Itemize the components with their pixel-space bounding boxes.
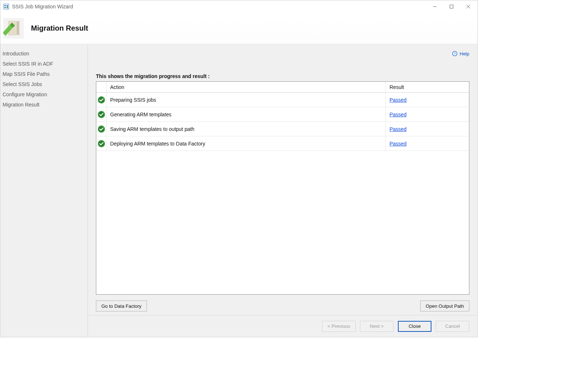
header-icon [3, 18, 24, 39]
page-title: Migration Result [31, 24, 88, 32]
open-output-path-button[interactable]: Open Output Path [420, 300, 469, 311]
content: ? Help This shows the migration progress… [88, 44, 477, 315]
window-title: SSIS Job Migration Wizard [12, 4, 73, 9]
result-link[interactable]: Passed [389, 97, 407, 103]
wizard-footer: < Previous Next > Close Cancel [88, 315, 477, 337]
content-wrap: ? Help This shows the migration progress… [88, 44, 477, 337]
sidebar-step-result[interactable]: Migration Result [0, 100, 88, 110]
action-cell: Saving ARM templates to output path [106, 122, 386, 136]
progress-caption: This shows the migration progress and re… [96, 73, 469, 79]
result-grid: Action Result Preparing SSIS jobsPassedG… [96, 81, 469, 295]
close-button[interactable]: Close [398, 321, 431, 332]
result-cell: Passed [386, 122, 469, 136]
sidebar-step-select-ssis-ir[interactable]: Select SSIS IR in ADF [0, 59, 88, 69]
maximize-button[interactable] [443, 1, 460, 12]
minimize-button[interactable] [426, 1, 443, 12]
wizard-steps-sidebar: Introduction Select SSIS IR in ADF Map S… [0, 44, 88, 337]
help-icon: ? [452, 51, 458, 57]
grid-header-icon [96, 82, 106, 92]
result-cell: Passed [386, 107, 469, 121]
action-cell: Generating ARM templates [106, 107, 386, 121]
grid-rows: Preparing SSIS jobsPassedGenerating ARM … [96, 93, 469, 294]
sidebar-step-select-jobs[interactable]: Select SSIS Jobs [0, 79, 88, 89]
svg-rect-1 [4, 5, 6, 6]
svg-text:?: ? [454, 52, 456, 55]
grid-row: Preparing SSIS jobsPassed [96, 93, 469, 107]
action-cell: Preparing SSIS jobs [106, 93, 386, 107]
grid-row: Saving ARM templates to output pathPasse… [96, 122, 469, 136]
result-link[interactable]: Passed [389, 141, 407, 147]
sidebar-step-introduction[interactable]: Introduction [0, 48, 88, 59]
help-row: ? Help [96, 49, 469, 58]
app-icon [3, 4, 9, 9]
help-link[interactable]: ? Help [452, 51, 469, 57]
go-to-data-factory-button[interactable]: Go to Data Factory [96, 300, 147, 311]
wizard-window: SSIS Job Migration Wizard Migration Resu… [0, 0, 478, 337]
grid-header: Action Result [96, 82, 469, 93]
grid-header-result: Result [386, 82, 469, 92]
help-label: Help [460, 51, 469, 57]
result-cell: Passed [386, 93, 469, 107]
svg-rect-9 [16, 21, 19, 35]
svg-rect-0 [4, 4, 9, 9]
svg-point-18 [98, 126, 104, 132]
close-window-button[interactable] [460, 1, 477, 12]
cancel-button: Cancel [436, 321, 469, 332]
result-link[interactable]: Passed [389, 112, 407, 117]
under-grid-actions: Go to Data Factory Open Output Path [96, 295, 469, 311]
svg-rect-3 [4, 7, 6, 8]
success-icon [96, 107, 106, 121]
body: Introduction Select SSIS IR in ADF Map S… [0, 44, 477, 337]
success-icon [96, 136, 106, 151]
svg-point-16 [98, 111, 104, 117]
svg-point-14 [98, 97, 104, 102]
action-cell: Deploying ARM templates to Data Factory [106, 136, 386, 151]
svg-rect-2 [7, 5, 8, 6]
result-link[interactable]: Passed [389, 126, 407, 132]
svg-point-20 [98, 140, 104, 146]
grid-row: Deploying ARM templates to Data FactoryP… [96, 136, 469, 151]
sidebar-step-map-file-paths[interactable]: Map SSIS File Paths [0, 69, 88, 79]
header-band: Migration Result [0, 13, 477, 44]
next-button: Next > [360, 321, 394, 332]
success-icon [96, 122, 106, 136]
sidebar-step-configure[interactable]: Configure Migration [0, 89, 88, 100]
grid-header-action: Action [106, 82, 386, 92]
grid-row: Generating ARM templatesPassed [96, 107, 469, 122]
svg-rect-5 [450, 5, 453, 8]
success-icon [96, 93, 106, 107]
previous-button: < Previous [322, 321, 356, 332]
result-cell: Passed [386, 136, 469, 151]
titlebar: SSIS Job Migration Wizard [0, 0, 477, 13]
